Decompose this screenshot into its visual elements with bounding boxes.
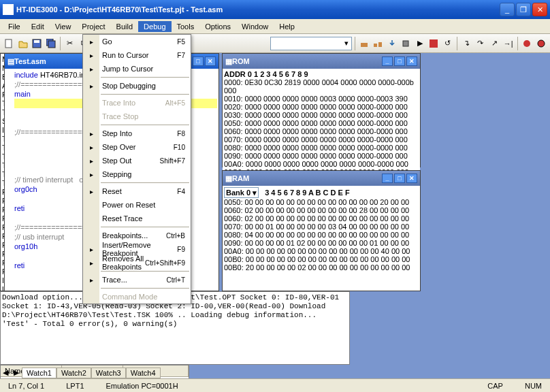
step-into-icon: ▸ [86,128,97,139]
ram-close-button[interactable]: ✕ [406,174,417,183]
jump-icon: ▸ [86,63,97,74]
app-icon [3,4,14,15]
tab-prev-icon[interactable]: ◀ [0,368,11,378]
menu-item-trace-into: Trace IntoAlt+F5 [83,96,191,110]
menu-file[interactable]: File [3,21,26,32]
toolbar-sep [60,37,61,50]
menu-view[interactable]: View [50,21,77,32]
download-icon[interactable] [385,36,398,51]
go-icon: ▸ [86,36,97,47]
ram-icon: ▦ [225,174,232,183]
code-max-button[interactable]: □ [193,56,204,66]
cut-icon[interactable]: ✂ [63,36,76,51]
menu-separator [101,182,189,183]
rom-max-button[interactable]: □ [394,56,405,66]
menu-tools[interactable]: Tools [172,21,200,32]
menu-item-stepping[interactable]: ▸Stepping [83,167,191,181]
menu-item-reset[interactable]: ▸ResetF4 [83,184,191,198]
bp-icon: ▸ [86,244,97,255]
menu-item-label: Run to Cursor [102,51,148,59]
menu-shortcut: F7 [177,52,185,59]
menu-shortcut: Ctrl+B [166,232,185,240]
stepping-icon: ▸ [86,169,97,180]
breakpoint2-icon[interactable] [534,36,547,51]
menu-shortcut: F9 [177,246,185,253]
reset-icon[interactable]: ↺ [442,36,455,51]
menu-debug[interactable]: Debug [138,21,171,32]
breakpoint-icon[interactable] [521,36,534,51]
step-out-icon[interactable]: ↗ [488,36,501,51]
code-file-icon: ▤ [7,57,14,66]
menu-item-insert-remove-breakpoint[interactable]: ▸Insert/Remove BreakpointF9 [83,242,191,256]
statusbar: Ln 7, Col 1 LPT1 Emulation PC=0001H CAP … [0,378,550,392]
stop-icon[interactable] [427,36,440,51]
menu-item-power-on-reset[interactable]: Power on Reset [83,198,191,212]
run-to-icon: ▸ [86,50,97,61]
maximize-button[interactable]: ❐ [516,3,531,16]
watch-tabs: ◀ ▶ Watch1Watch2Watch3Watch4 [0,368,161,378]
menu-item-trace-[interactable]: ▸Trace...Ctrl+T [83,273,191,287]
tab-next-icon[interactable]: ▶ [11,368,22,378]
menu-item-stop-debugging[interactable]: ▸Stop Debugging [83,79,191,93]
ram-view[interactable]: Bank 0 ▾ 3 4 5 6 7 8 9 A B C D E F0050: … [223,186,420,273]
step-out-icon: ▸ [86,155,97,166]
rom-close-button[interactable]: ✕ [406,56,417,66]
menu-build[interactable]: Build [111,21,138,32]
menu-separator [101,94,189,95]
titlebar-text: HT-IDE3000 - D:\Project\HT46RB70\Test\Te… [16,5,500,14]
go-icon[interactable]: ▶ [414,36,427,51]
save-file-icon[interactable] [31,36,44,51]
menu-item-command-mode: Command Mode [83,290,191,304]
rom-panel-title[interactable]: ▦ ROM _ □ ✕ [223,54,420,69]
watch-tab-1[interactable]: Watch1 [22,368,56,378]
menu-item-label: Trace... [102,276,127,284]
minimize-button[interactable]: _ [500,3,515,16]
menu-item-label: Command Mode [102,293,157,301]
close-button[interactable]: ✕ [532,3,547,16]
step-over-icon: ▸ [86,142,97,152]
menu-shortcut: F8 [177,130,185,137]
watch-tab-3[interactable]: Watch3 [91,368,126,378]
menu-item-reset-trace[interactable]: Reset Trace [83,212,191,225]
chip-icon[interactable] [400,36,413,51]
menu-item-jump-to-cursor[interactable]: ▸Jump to Cursor [83,62,191,76]
menu-shortcut: F4 [177,188,185,195]
menu-separator [101,288,189,289]
ram-min-button[interactable]: _ [382,174,393,183]
menu-item-step-out[interactable]: ▸Step OutShift+F7 [83,154,191,167]
rom-min-button[interactable]: _ [382,56,393,66]
menu-help[interactable]: Help [274,21,300,32]
menu-item-removes-all-breakpoints[interactable]: ▸Removes All BreakpointsCtrl+Shift+F9 [83,256,191,270]
svg-rect-6 [374,44,377,47]
bank-select[interactable]: Bank 0 ▾ [224,187,259,198]
menu-item-run-to-cursor[interactable]: ▸Run to CursorF7 [83,48,191,62]
menu-item-step-over[interactable]: ▸Step OverF10 [83,140,191,154]
watch-tab-4[interactable]: Watch4 [126,368,161,378]
menubar: FileEditViewProjectBuildDebugToolsOption… [0,19,550,34]
build-icon[interactable] [357,36,370,51]
save-all-icon[interactable] [45,36,58,51]
ram-max-button[interactable]: □ [394,174,405,183]
menu-item-go[interactable]: ▸GoF5 [83,35,191,48]
open-file-icon[interactable] [17,36,30,51]
run-to-icon[interactable]: →| [502,36,515,51]
rom-view[interactable]: ADDR 0 1 2 3 4 5 6 7 8 90000: 0E30 0C30 … [223,69,420,178]
menu-options[interactable]: Options [199,21,236,32]
trace-icon: ▸ [86,274,97,285]
ram-panel-title[interactable]: ▦ RAM _ □ ✕ [223,171,420,186]
config-combo[interactable]: ▾ [270,37,352,50]
new-file-icon[interactable] [3,36,16,51]
watch-tab-2[interactable]: Watch2 [56,368,91,378]
code-close-button[interactable]: ✕ [205,56,216,66]
rebuild-icon[interactable] [372,36,385,51]
menu-item-breakpoints-[interactable]: Breakpoints...Ctrl+B [83,229,191,242]
menu-edit[interactable]: Edit [26,21,50,32]
status-num: NUM [519,382,547,390]
rom-panel: ▦ ROM _ □ ✕ ADDR 0 1 2 3 4 5 6 7 8 90000… [222,53,421,167]
step-into-icon[interactable]: ↴ [460,36,473,51]
step-over-icon[interactable]: ↷ [474,36,487,51]
menu-item-step-into[interactable]: ▸Step IntoF8 [83,127,191,140]
menu-project[interactable]: Project [76,21,110,32]
rom-icon: ▦ [225,57,232,66]
menu-window[interactable]: Window [236,21,274,32]
